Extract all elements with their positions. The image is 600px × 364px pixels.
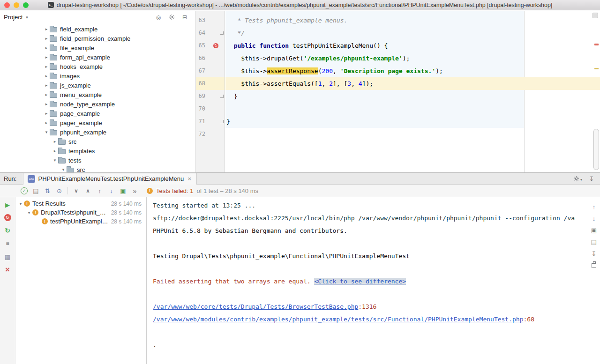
- sidebar-item-hooks-example[interactable]: hooks_example: [0, 62, 195, 71]
- close-tab-icon[interactable]: [187, 175, 192, 182]
- fold-marker-icon[interactable]: [220, 95, 224, 98]
- code-area[interactable]: * Tests phpunit_example menus. */ public…: [225, 11, 592, 141]
- chevron-down-icon[interactable]: [52, 158, 58, 163]
- collapse-all-icon[interactable]: [181, 14, 188, 21]
- chevron-right-icon[interactable]: [43, 64, 50, 69]
- sidebar-item-pager-example[interactable]: pager_example: [0, 118, 195, 127]
- sidebar-item-images[interactable]: images: [0, 71, 195, 81]
- run-tab[interactable]: PHPUnitExampleMenuTest.testPhpUnitExampl…: [23, 173, 197, 185]
- show-output-icon[interactable]: [30, 186, 41, 196]
- close-window-icon[interactable]: [4, 2, 10, 8]
- fold-marker-icon[interactable]: [220, 120, 224, 123]
- chevron-down-icon[interactable]: [26, 210, 32, 215]
- chevron-right-icon[interactable]: [43, 83, 50, 88]
- chevron-down-icon[interactable]: [43, 130, 50, 134]
- code-line[interactable]: $this->drupalGet('/examples/phpunit-exam…: [225, 52, 592, 65]
- sidebar-item-menu-example[interactable]: menu_example: [0, 90, 195, 99]
- chevron-right-icon[interactable]: [43, 27, 50, 31]
- gutter-row[interactable]: 63: [196, 14, 225, 27]
- code-line[interactable]: [225, 103, 592, 115]
- chevron-down-icon[interactable]: [24, 15, 30, 20]
- sidebar-item-file-example[interactable]: file_example: [0, 43, 195, 52]
- chevron-down-icon[interactable]: [17, 201, 24, 206]
- editor-scrollbar[interactable]: [593, 129, 599, 170]
- sidebar-item-node-type-example[interactable]: node_type_example: [0, 99, 195, 109]
- chevron-right-icon[interactable]: [43, 55, 50, 59]
- sort-alphabetically-icon[interactable]: [42, 186, 53, 196]
- see-difference-link[interactable]: <Click to see difference>: [314, 278, 406, 285]
- gutter-row[interactable]: 72: [196, 128, 225, 141]
- next-failed-test-icon[interactable]: [106, 186, 117, 196]
- chevron-right-icon[interactable]: [43, 92, 50, 97]
- clear-console-icon[interactable]: [590, 261, 598, 269]
- close-panel-icon[interactable]: [4, 266, 11, 274]
- gutter-row[interactable]: 66: [196, 52, 225, 65]
- sort-by-duration-icon[interactable]: [54, 186, 65, 196]
- chevron-right-icon[interactable]: [43, 45, 50, 50]
- gutter-row[interactable]: 69: [196, 90, 225, 103]
- code-line[interactable]: $this->assertResponse(200, 'Description …: [225, 65, 592, 77]
- stop-button[interactable]: [4, 240, 11, 247]
- editor-gutter[interactable]: 63 64 65 66 67 68 69 70 71 72: [196, 11, 225, 172]
- previous-failed-test-icon[interactable]: [94, 186, 105, 196]
- error-stripe-mark[interactable]: [594, 44, 599, 45]
- chevron-right-icon[interactable]: [43, 120, 50, 125]
- test-results-root-row[interactable]: Test Results 28 s 140 ms: [15, 199, 146, 208]
- sidebar-item-form-api-example[interactable]: form_api_example: [0, 52, 195, 62]
- minimize-window-icon[interactable]: [14, 2, 19, 8]
- sidebar-item-src[interactable]: src: [0, 137, 195, 146]
- gutter-row[interactable]: 65: [196, 39, 225, 52]
- sidebar-item-js-example[interactable]: js_example: [0, 81, 195, 90]
- code-line[interactable]: }: [225, 115, 592, 128]
- editor[interactable]: 63 64 65 66 67 68 69 70 71 72 * Tests ph…: [196, 11, 600, 172]
- sidebar-item-phpunit-example[interactable]: phpunit_example: [0, 127, 195, 137]
- rerun-button[interactable]: [4, 201, 11, 208]
- warning-stripe-mark[interactable]: [594, 68, 599, 69]
- sidebar-item-field-example[interactable]: field_example: [0, 24, 195, 34]
- sidebar-item-tests-src[interactable]: src: [0, 165, 195, 172]
- print-icon[interactable]: [590, 238, 598, 245]
- chevron-right-icon[interactable]: [43, 102, 50, 106]
- chevron-right-icon[interactable]: [43, 74, 50, 78]
- chevron-right-icon[interactable]: [52, 139, 58, 144]
- gutter-row[interactable]: 64: [196, 27, 225, 39]
- down-stacktrace-icon[interactable]: [590, 215, 598, 222]
- test-console[interactable]: Testing started at 13:25 ... sftp://dock…: [147, 197, 600, 364]
- chevron-right-icon[interactable]: [43, 36, 50, 41]
- file-link[interactable]: /var/www/web/modules/contrib/examples/ph…: [153, 316, 524, 323]
- rerun-failed-tests-icon[interactable]: [4, 214, 11, 221]
- soft-wrap-icon[interactable]: [590, 226, 598, 234]
- gear-icon[interactable]: [168, 14, 175, 21]
- code-line[interactable]: */: [225, 27, 592, 39]
- more-actions-icon[interactable]: [129, 186, 140, 196]
- inspections-widget-icon[interactable]: [592, 13, 598, 18]
- gutter-row[interactable]: 68: [196, 77, 225, 90]
- chevron-down-icon[interactable]: [60, 167, 67, 172]
- show-passed-icon[interactable]: [19, 186, 30, 196]
- code-line[interactable]: }: [225, 90, 592, 103]
- scroll-to-end-icon[interactable]: [590, 250, 598, 257]
- chevron-right-icon[interactable]: [43, 111, 50, 116]
- import-test-results-icon[interactable]: [118, 186, 128, 196]
- code-line[interactable]: * Tests phpunit_example menus.: [225, 14, 592, 27]
- collapse-all-icon[interactable]: [82, 186, 93, 196]
- test-suite-row[interactable]: Drupal\Tests\phpunit_ex... 28 s 140 ms: [15, 208, 146, 217]
- sidebar-item-templates[interactable]: templates: [0, 146, 195, 156]
- code-line[interactable]: [225, 128, 592, 141]
- locate-file-icon[interactable]: [155, 14, 162, 21]
- sidebar-item-page-example[interactable]: page_example: [0, 109, 195, 118]
- failed-test-marker-icon[interactable]: [213, 43, 218, 48]
- test-case-row[interactable]: testPhpUnitExampleM... 28 s 140 ms: [15, 217, 146, 226]
- file-link[interactable]: /var/www/web/core/tests/Drupal/Tests/Bro…: [153, 303, 358, 310]
- chevron-right-icon[interactable]: [52, 149, 58, 153]
- code-line[interactable]: public function testPhpUnitExampleMenu()…: [225, 39, 592, 52]
- zoom-window-icon[interactable]: [23, 2, 29, 8]
- sidebar-item-field-permission-example[interactable]: field_permission_example: [0, 34, 195, 43]
- up-stacktrace-icon[interactable]: [590, 203, 598, 210]
- run-settings-gear-icon[interactable]: [573, 174, 582, 183]
- project-panel-header[interactable]: Project: [0, 11, 195, 23]
- gutter-row[interactable]: 70: [196, 103, 225, 115]
- sidebar-item-tests[interactable]: tests: [0, 156, 195, 165]
- gutter-row[interactable]: 67: [196, 65, 225, 77]
- restore-layout-icon[interactable]: [4, 253, 11, 260]
